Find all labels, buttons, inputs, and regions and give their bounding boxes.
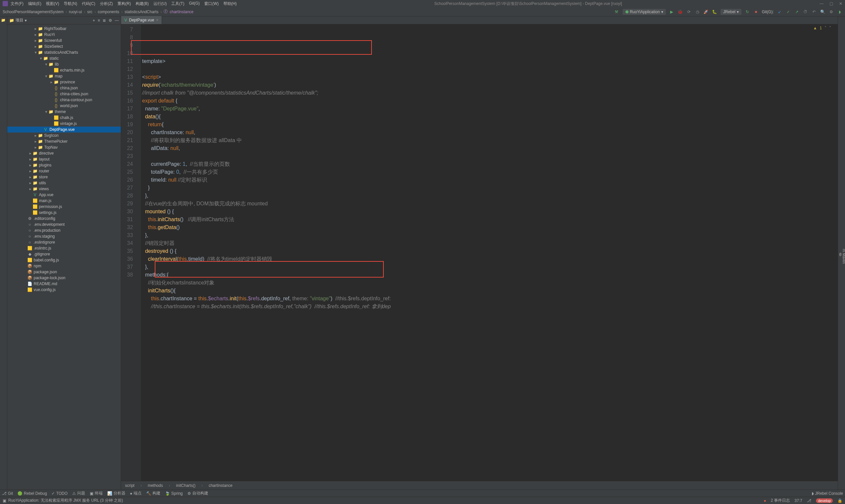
code-line[interactable]: this.chartInstance = this.$echarts.init(… (141, 295, 838, 303)
tree-arrow-icon[interactable]: ▾ (44, 109, 48, 114)
tree-node[interactable]: 🟨settings.js (7, 210, 121, 216)
tree-arrow-icon[interactable]: ▸ (34, 133, 38, 138)
tree-arrow-icon[interactable]: ▾ (39, 56, 43, 61)
tree-arrow-icon[interactable]: ▸ (28, 157, 32, 162)
tree-node[interactable]: ▾📁static (7, 55, 121, 61)
tree-node[interactable]: VDeptPage.vue (7, 127, 121, 132)
code-line[interactable]: clearInterval(this.timeId) //将名为timeId的定… (141, 255, 838, 263)
tree-node[interactable]: ▸📁RightToolbar (7, 26, 121, 32)
bottom-tool-bar[interactable]: ⎇Git🟢Rebel Debug✓TODO⚠问题▣终端📊分析器●端点🔨构建🍃Sp… (0, 489, 845, 497)
close-icon[interactable]: ✕ (839, 1, 842, 6)
tree-node[interactable]: ▾📁statisticsAndCharts (7, 50, 121, 55)
debug-icon[interactable]: 🐞 (678, 9, 683, 15)
bottom-tool-item[interactable]: 🍃Spring (165, 491, 183, 496)
tree-node[interactable]: 🟨main.js (7, 198, 121, 204)
run-configuration-select[interactable]: ⬢ RuoYiApplication ▾ (623, 9, 666, 15)
rerun-icon[interactable]: ↻ (745, 9, 750, 15)
gear-icon[interactable]: ⚙ (108, 18, 112, 23)
tree-node[interactable]: ○.env.production (7, 228, 121, 233)
breadcrumb[interactable]: SchoolPersonManagementSystem›ruoyi-ui›sr… (3, 9, 193, 15)
fold-column[interactable] (136, 24, 141, 481)
code-line[interactable]: }, (141, 192, 838, 200)
tree-arrow-icon[interactable]: ▸ (34, 139, 38, 144)
git-history-icon[interactable]: ⏱ (803, 9, 808, 15)
breadcrumb-item[interactable]: statisticsAndCharts (125, 10, 159, 14)
code-line[interactable]: timeId: null //定时器标识 (141, 176, 838, 184)
menu-item[interactable]: 帮助(H) (223, 1, 237, 6)
tree-node[interactable]: 🟨permission.js (7, 204, 121, 210)
git-branch-icon[interactable]: ⎇ (807, 499, 811, 503)
tree-node[interactable]: ○.env.development (7, 221, 121, 228)
tree-node[interactable]: 🟨vue.config.js (7, 287, 121, 293)
events-label[interactable]: 2 事件日志 (771, 498, 790, 503)
code-line[interactable]: //import chalk from "@/components/statis… (141, 89, 838, 97)
status-icon[interactable]: ▣ (3, 499, 6, 503)
stop-icon[interactable]: ■ (753, 9, 759, 15)
profile-icon[interactable]: ◷ (695, 9, 700, 15)
code-line[interactable]: //销毁定时器 (141, 239, 838, 247)
tree-node[interactable]: ▸📁SizeSelect (7, 43, 121, 50)
tree-arrow-icon[interactable]: ▸ (34, 44, 38, 49)
tree-arrow-icon[interactable]: ▾ (44, 74, 48, 78)
code-area[interactable]: template><script>require('echarts/theme/… (141, 24, 838, 481)
code-line[interactable]: template> (141, 57, 838, 65)
tree-arrow-icon[interactable]: ▸ (34, 145, 38, 150)
project-tree[interactable]: ▸📁RightToolbar▸📁RuoYi▸📁Screenfull▸📁SizeS… (7, 24, 121, 489)
tree-arrow-icon[interactable]: ▸ (34, 26, 38, 31)
bottom-tool-item[interactable]: 🔨构建 (146, 490, 160, 496)
tree-node[interactable]: 📦package.json (7, 269, 121, 275)
code-line[interactable]: currentPage: 1, //当前显示的页数 (141, 160, 838, 168)
project-tool-icon[interactable]: 📁 (1, 18, 6, 22)
breadcrumb-item[interactable]: ruoyi-ui (69, 10, 82, 14)
tree-node[interactable]: ▸📁directive (7, 150, 121, 156)
code-line[interactable]: data(){ (141, 113, 838, 121)
tree-node[interactable]: ○.eslintignore (7, 239, 121, 245)
code-line[interactable]: chartInstance: null, (141, 129, 838, 137)
code-line[interactable] (141, 152, 838, 160)
run-icon[interactable]: ▶ (669, 9, 674, 15)
tree-node[interactable]: ▸📁layout (7, 156, 121, 162)
tree-arrow-icon[interactable]: ▸ (28, 186, 32, 191)
code-line[interactable]: initCharts(){ (141, 287, 838, 295)
menu-item[interactable]: 代码(C) (82, 1, 96, 6)
bottom-tool-item[interactable]: ▣终端 (90, 490, 103, 496)
code-line[interactable]: mounted () { (141, 208, 838, 216)
bottom-tool-item[interactable]: ●端点 (130, 490, 141, 496)
tree-node[interactable]: 🟨chalk.js (7, 115, 121, 121)
git-branch-label[interactable]: develop (816, 499, 833, 503)
main-menu[interactable]: 文件(F)编辑(E)视图(V)导航(N)代码(C)分析(Z)重构(R)构建(B)… (11, 1, 237, 6)
right-tool-rail[interactable]: 🛢 m Maven (838, 17, 845, 489)
code-line[interactable]: methods:{ (141, 271, 838, 279)
tree-node[interactable]: 📄README.md (7, 281, 121, 287)
jrebel-run-icon[interactable]: 🚀 (704, 9, 709, 15)
tree-node[interactable]: {}china.json (7, 85, 121, 91)
git-update-icon[interactable]: ↙ (777, 9, 782, 15)
minimize-icon[interactable]: — (820, 1, 824, 6)
bottom-tool-item[interactable]: 📊分析器 (107, 490, 125, 496)
chevron-down-icon[interactable]: ▾ (25, 18, 27, 23)
tree-node[interactable]: {}world.json (7, 103, 121, 109)
tree-node[interactable]: ▸📁province (7, 79, 121, 85)
tree-node[interactable]: ▸📁store (7, 174, 121, 180)
editor-breadcrumb-item[interactable]: initCharts() (176, 483, 196, 488)
bottom-tool-item[interactable]: ⎇Git (2, 491, 13, 496)
tree-node[interactable]: ○.env.staging (7, 233, 121, 239)
code-line[interactable]: export default { (141, 97, 838, 105)
editor-breadcrumb-item[interactable]: methods (148, 483, 163, 488)
git-push-icon[interactable]: ↗ (794, 9, 799, 15)
git-commit-icon[interactable]: ✓ (786, 9, 791, 15)
breadcrumb-item[interactable]: chartInstance (170, 10, 193, 14)
code-line[interactable]: totalPage: 0, //一共有多少页 (141, 168, 838, 176)
jrebel-debug-icon[interactable]: 🐛 (712, 9, 717, 15)
jrebel-select[interactable]: JRebel ▾ (721, 9, 741, 15)
tree-node[interactable]: ▸📁views (7, 186, 121, 192)
tree-node[interactable]: ▸📁SvgIcon (7, 132, 121, 139)
inspection-status[interactable]: ▲ 1 ˄ ˅ (813, 26, 831, 30)
code-line[interactable]: this.getData() (141, 223, 838, 231)
tree-node[interactable]: ▸📁ThemePicker (7, 139, 121, 144)
code-line[interactable]: destroyed () { (141, 247, 838, 255)
tree-node[interactable]: 📦npm (7, 263, 121, 269)
tree-arrow-icon[interactable]: ▸ (28, 163, 32, 167)
maximize-icon[interactable]: ▢ (829, 1, 833, 6)
tree-arrow-icon[interactable]: ▾ (34, 50, 38, 55)
